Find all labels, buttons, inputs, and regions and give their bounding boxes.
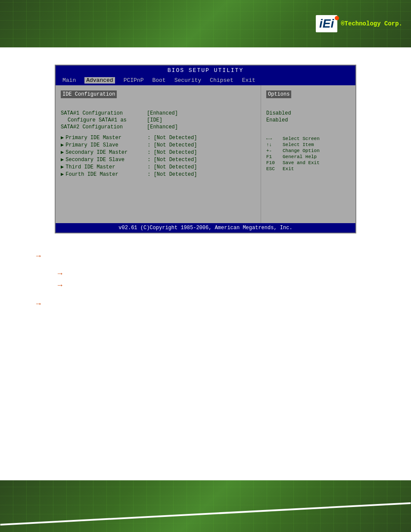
config-label-sata2: SATA#2 Configuration (61, 124, 147, 130)
bios-footer: v02.61 (C)Copyright 1985-2006, American … (56, 223, 355, 233)
ide-label-fourth-master: Fourth IDE Master (65, 171, 147, 177)
bios-title: BIOS SETUP UTILITY (168, 67, 243, 74)
arrow-icon-fourth-master: ▶ (61, 171, 64, 177)
menu-item-exit[interactable]: Exit (242, 77, 255, 84)
shortcuts-panel: ←→ Select Screen ↑↓ Select Item +- Chang… (266, 136, 350, 171)
shortcut-row-save: F10 Save and Exit (266, 160, 350, 165)
config-label-sata1: SATA#1 Configuration (61, 110, 147, 116)
shortcut-key-pm: +- (266, 148, 279, 153)
logo-dot (335, 16, 339, 20)
ide-row-third-master[interactable]: ▶ Third IDE Master : [Not Detected] (61, 164, 255, 170)
body-para-2b: → (34, 281, 377, 290)
menu-item-chipset[interactable]: Chipset (210, 77, 234, 84)
config-row-sata2[interactable]: SATA#2 Configuration [Enhanced] (61, 124, 255, 130)
arrow-icon-third-master: ▶ (61, 164, 64, 170)
option-enabled: Enabled (266, 117, 350, 123)
arrow-icon-secondary-slave: ▶ (61, 156, 64, 163)
body-para-3: → (34, 299, 377, 308)
ide-label-third-master: Third IDE Master (65, 164, 147, 170)
shortcut-row-exit: ESC Exit (266, 166, 350, 171)
ide-value-primary-master: : [Not Detected] (147, 135, 197, 141)
bios-title-bar: BIOS SETUP UTILITY (56, 65, 355, 75)
config-row-sata1[interactable]: SATA#1 Configuration [Enhanced] (61, 110, 255, 116)
company-tagline: ®Technology Corp. (341, 20, 402, 27)
shortcut-desc-f10: Save and Exit (283, 160, 320, 165)
body-para-2: → → (34, 269, 377, 290)
bios-left-panel: IDE Configuration SATA#1 Configuration [… (56, 85, 261, 223)
ide-value-secondary-slave: : [Not Detected] (147, 157, 197, 163)
ide-value-primary-slave: : [Not Detected] (147, 142, 197, 148)
bios-setup-container: BIOS SETUP UTILITY Main Advanced PCIPnP … (55, 65, 356, 233)
ide-label-primary-master: Primary IDE Master (65, 135, 147, 141)
bios-menu-bar: Main Advanced PCIPnP Boot Security Chips… (56, 75, 355, 85)
arrow-icon-3: → (34, 299, 42, 308)
arrow-icon-secondary-master: ▶ (61, 149, 64, 156)
ide-label-secondary-master: Secondary IDE Master (65, 149, 147, 156)
arrow-icon-2b: → (56, 281, 64, 290)
shortcut-row-item: ↑↓ Select Item (266, 142, 350, 147)
shortcut-key-f10: F10 (266, 160, 279, 165)
options-title: Options (266, 90, 291, 98)
menu-item-advanced[interactable]: Advanced (84, 77, 115, 84)
config-label-sata1-as: Configure SATA#1 as (61, 117, 147, 123)
ide-row-fourth-master[interactable]: ▶ Fourth IDE Master : [Not Detected] (61, 171, 255, 177)
arrow-icon-2a: → (56, 269, 64, 278)
menu-item-security[interactable]: Security (174, 77, 201, 84)
option-disabled: Disabled (266, 110, 350, 116)
config-value-sata1: [Enhanced] (147, 110, 178, 116)
ide-row-secondary-master[interactable]: ▶ Secondary IDE Master : [Not Detected] (61, 149, 255, 156)
shortcut-desc-esc: Exit (283, 166, 294, 171)
ide-row-primary-slave[interactable]: ▶ Primary IDE Slave : [Not Detected] (61, 142, 255, 148)
ide-label-secondary-slave: Secondary IDE Slave (65, 157, 147, 163)
config-row-sata1-as[interactable]: Configure SATA#1 as [IDE] (61, 117, 255, 123)
menu-item-boot[interactable]: Boot (152, 77, 165, 84)
arrow-icon-primary-master: ▶ (61, 134, 64, 141)
menu-item-main[interactable]: Main (62, 77, 76, 84)
shortcut-desc-pm: Change Option (283, 148, 320, 153)
top-banner: iEi ®Technology Corp. (0, 0, 411, 47)
body-para-1: → (34, 251, 377, 261)
shortcut-key-esc: ESC (266, 166, 279, 171)
shortcut-desc-f1: General Help (283, 154, 317, 159)
ide-value-secondary-master: : [Not Detected] (147, 149, 197, 156)
ide-value-third-master: : [Not Detected] (147, 164, 197, 170)
shortcut-row-option: +- Change Option (266, 148, 350, 153)
section-title: IDE Configuration (61, 90, 117, 98)
arrow-icon-primary-slave: ▶ (61, 142, 64, 148)
ide-row-primary-master[interactable]: ▶ Primary IDE Master : [Not Detected] (61, 134, 255, 141)
config-value-sata1-as: [IDE] (147, 117, 162, 123)
bios-body: IDE Configuration SATA#1 Configuration [… (56, 85, 355, 223)
ide-label-primary-slave: Primary IDE Slave (65, 142, 147, 148)
shortcut-key-ud: ↑↓ (266, 142, 279, 147)
shortcut-row-screen: ←→ Select Screen (266, 136, 350, 141)
config-value-sata2: [Enhanced] (147, 124, 178, 130)
shortcut-key-lr: ←→ (266, 136, 279, 141)
shortcut-desc-ud: Select Item (283, 142, 314, 147)
bios-footer-text: v02.61 (C)Copyright 1985-2006, American … (118, 225, 292, 231)
body-text-area: → → → → (0, 246, 411, 321)
bios-right-panel: Options Disabled Enabled ←→ Select Scree… (261, 85, 355, 223)
ide-row-secondary-slave[interactable]: ▶ Secondary IDE Slave : [Not Detected] (61, 156, 255, 163)
menu-item-pcipnp[interactable]: PCIPnP (124, 77, 144, 84)
body-para-2a: → (34, 269, 377, 278)
logo-area: iEi ®Technology Corp. (316, 15, 402, 32)
shortcut-desc-lr: Select Screen (283, 136, 320, 141)
ide-value-fourth-master: : [Not Detected] (147, 171, 197, 177)
shortcut-row-help: F1 General Help (266, 154, 350, 159)
shortcut-key-f1: F1 (266, 154, 279, 159)
bottom-banner (0, 480, 411, 532)
bottom-white-line (0, 502, 411, 526)
iei-logo: iEi (316, 15, 337, 32)
arrow-icon-1: → (34, 252, 42, 261)
